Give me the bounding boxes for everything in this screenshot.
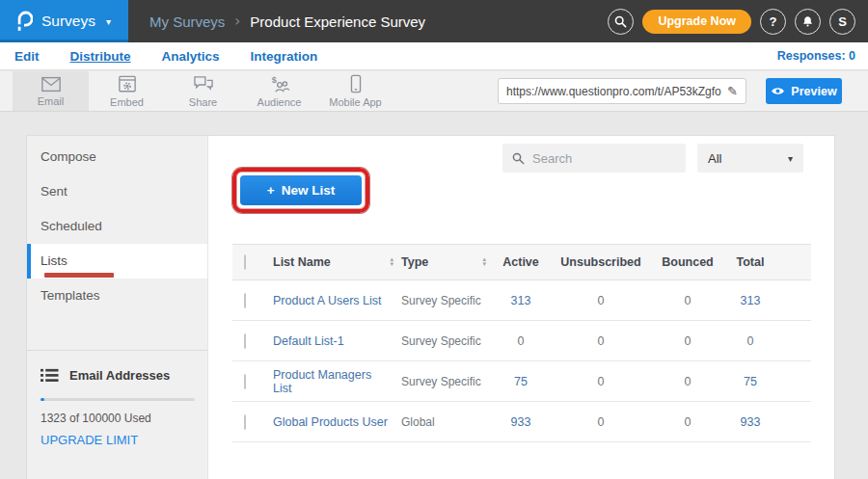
unsubscribed-count: 0 [598,294,605,307]
content-card: Compose Sent Scheduled Lists Templates E… [26,135,835,479]
breadcrumb-my-surveys[interactable]: My Surveys [149,13,225,30]
email-icon [41,76,62,93]
sidebar-item-templates[interactable]: Templates [27,279,207,313]
distribute-toolbar: Email Embed Share $ Audience [0,71,868,112]
column-header-total: Total [721,255,779,269]
search-button[interactable] [608,9,634,35]
sort-icon[interactable]: ▴ ▾ [482,257,486,267]
upgrade-now-button[interactable]: Upgrade Now [642,10,751,34]
annotation-highlight-new-list: + New List [232,168,369,213]
breadcrumb-separator-icon: › [234,13,240,30]
svg-text:$: $ [271,75,276,85]
toolbar-item-label: Audience [258,96,302,108]
email-addresses-title: Email Addresses [69,368,170,383]
survey-url-input[interactable] [506,85,727,98]
edit-url-icon[interactable]: ✎ [727,84,738,98]
list-search-box[interactable] [502,144,686,173]
email-sidebar: Compose Sent Scheduled Lists Templates E… [27,136,208,479]
toolbar-item-email[interactable]: Email [13,71,89,111]
table-header-row: List Name ▴ ▾ Type ▴ ▾ Active Unsubscrib… [232,244,811,280]
survey-url-field[interactable]: ✎ [498,78,746,104]
toolbar-item-label: Email [38,95,65,107]
bell-icon [800,14,815,29]
upgrade-limit-link[interactable]: UPGRADE LIMIT [41,433,194,447]
notifications-button[interactable] [795,9,821,35]
list-type: Survey Specific [401,294,481,307]
new-list-label: New List [282,183,336,198]
preview-label: Preview [791,85,836,98]
top-bar: Surveys ▾ My Surveys › Product Experienc… [0,0,868,42]
sidebar-item-compose[interactable]: Compose [27,140,207,174]
sort-icon[interactable]: ▴ ▾ [390,257,393,267]
list-filter-value: All [708,151,721,166]
chevron-down-icon: ▾ [106,16,111,27]
questionpro-logo-icon [15,11,33,32]
email-addresses-section: Email Addresses 1323 of 100000 Used UPGR… [27,351,207,447]
sidebar-item-scheduled[interactable]: Scheduled [27,209,207,244]
surveys-menu[interactable]: Surveys ▾ [0,0,128,42]
surveys-menu-label: Surveys [41,13,95,30]
search-icon [614,15,627,28]
toolbar-item-share[interactable]: Share [165,71,241,111]
unsubscribed-count: 0 [598,375,605,388]
mobile-app-icon [350,74,362,93]
total-count[interactable]: 75 [744,375,757,388]
new-list-button[interactable]: + New List [240,175,362,205]
list-search-input[interactable] [532,151,676,166]
unsubscribed-count: 0 [598,334,605,348]
email-usage-progress-fill [41,398,44,401]
account-avatar[interactable]: S [829,9,855,35]
help-button[interactable]: ? [760,9,786,35]
help-icon: ? [770,14,777,29]
row-checkbox[interactable] [244,333,246,349]
total-count[interactable]: 933 [741,415,761,429]
row-checkbox[interactable] [244,414,246,430]
tab-integration[interactable]: Integration [251,49,318,64]
table-row: Global Products User Global 933 0 0 933 [232,402,811,442]
sidebar-item-sent[interactable]: Sent [27,174,207,209]
total-count[interactable]: 313 [741,294,761,307]
column-header-unsubscribed: Unsubscribed [548,255,654,269]
select-all-checkbox[interactable] [244,254,246,270]
bounced-count: 0 [685,334,692,348]
list-name-link[interactable]: Global Products User [273,415,388,429]
active-count[interactable]: 313 [511,294,531,307]
sidebar-nav: Compose Sent Scheduled Lists Templates [27,136,207,313]
toolbar-item-mobile-app[interactable]: Mobile App [317,71,393,111]
toolbar-item-label: Mobile App [329,96,381,108]
active-count: 0 [518,334,525,348]
list-rows-icon [41,368,59,383]
list-type: Survey Specific [401,375,481,388]
row-checkbox[interactable] [244,293,246,308]
tab-analytics[interactable]: Analytics [162,49,220,64]
bounced-count: 0 [685,415,692,429]
search-icon [512,152,525,165]
toolbar-item-label: Embed [110,96,144,108]
total-count: 0 [747,334,754,348]
sidebar-item-lists-label: Lists [41,253,68,268]
row-checkbox[interactable] [244,374,246,389]
bounced-count: 0 [685,375,692,388]
list-type: Global [401,415,435,429]
preview-button[interactable]: Preview [766,78,842,104]
active-count[interactable]: 75 [514,375,528,388]
list-name-link[interactable]: Product A Users List [273,294,382,307]
table-row: Product Managers List Survey Specific 75… [232,361,811,402]
column-header-active: Active [494,255,548,269]
sidebar-item-lists[interactable]: Lists [27,244,207,279]
list-name-link[interactable]: Default List-1 [273,334,344,348]
sort-down-icon: ▾ [390,262,393,267]
email-usage-text: 1323 of 100000 Used [41,412,194,425]
active-count[interactable]: 933 [511,415,531,429]
topbar-actions: Upgrade Now ? S [608,9,868,35]
tab-distribute[interactable]: Distribute [70,49,131,64]
toolbar-item-audience[interactable]: $ Audience [241,71,317,111]
share-icon [193,75,214,93]
table-row: Product A Users List Survey Specific 313… [232,280,811,321]
responses-count: Responses: 0 [777,49,868,63]
list-filter-dropdown[interactable]: All ▾ [697,144,803,173]
list-name-link[interactable]: Product Managers List [273,368,393,395]
tab-edit[interactable]: Edit [14,49,40,64]
survey-tabs: Edit Distribute Analytics Integration Re… [0,42,868,70]
toolbar-item-embed[interactable]: Embed [89,71,165,111]
